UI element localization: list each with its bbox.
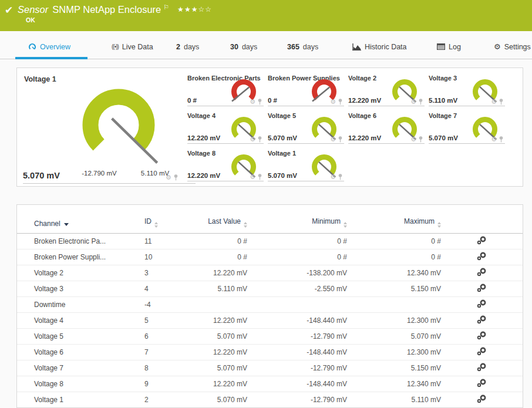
settings-gear-icon[interactable]: ⚙ xyxy=(410,136,416,143)
settings-gear-icon[interactable]: ⚙ xyxy=(250,174,255,180)
id-cell: -4 xyxy=(144,301,177,309)
column-header-last-value[interactable]: Last Value xyxy=(177,217,247,228)
column-header-channel[interactable]: Channel xyxy=(34,220,144,228)
settings-gear-icon[interactable]: ⚙ xyxy=(330,99,336,105)
gauge-tile-voltage-1: Voltage 15.070 mV⚙ xyxy=(268,149,344,181)
tab-live-data[interactable]: ((•))Live Data xyxy=(112,35,153,59)
pin-icon-wrap[interactable] xyxy=(499,99,504,105)
gauge-tile-title: Voltage 8 xyxy=(187,150,216,157)
last-value-cell: 5.070 mV xyxy=(177,364,247,372)
pin-icon-wrap[interactable] xyxy=(257,99,262,105)
settings-gear-icon[interactable]: ⚙ xyxy=(250,136,255,143)
last-value-cell: 12.220 mV xyxy=(177,269,247,277)
channel-settings-icon[interactable] xyxy=(477,379,487,387)
star-filled-icon[interactable]: ★ xyxy=(191,5,198,14)
pin-icon[interactable] xyxy=(257,99,262,105)
pin-icon[interactable] xyxy=(338,99,343,105)
pin-icon[interactable] xyxy=(499,99,504,105)
settings-gear-icon[interactable]: ⚙ xyxy=(491,136,497,143)
pin-icon[interactable] xyxy=(338,136,343,143)
tab-number: 2 xyxy=(176,43,180,51)
flag-icon[interactable]: ⚐ xyxy=(163,4,169,11)
settings-gear-icon[interactable]: ⚙ xyxy=(250,99,255,105)
settings-gear-icon[interactable]: ⚙ xyxy=(330,174,336,180)
channel-settings-icon[interactable] xyxy=(477,268,487,277)
minimum-cell: -12.790 mV xyxy=(247,332,347,340)
tab-label: days xyxy=(242,43,257,51)
channel-cell: Downtime xyxy=(34,301,144,309)
pin-icon[interactable] xyxy=(257,174,262,180)
gauge-tile-voltage-5: Voltage 55.070 mV⚙ xyxy=(268,112,344,144)
channel-settings-icon[interactable] xyxy=(477,315,487,324)
star-empty-icon[interactable]: ☆ xyxy=(198,5,205,14)
column-label: Maximum xyxy=(404,217,435,225)
pin-icon[interactable] xyxy=(338,174,343,180)
gauge-actions: ⚙ xyxy=(410,99,423,105)
star-filled-icon[interactable]: ★ xyxy=(184,5,191,14)
overview-gauge-icon xyxy=(28,43,36,51)
pin-icon-wrap[interactable] xyxy=(257,174,262,180)
gauges-panel: Voltage 1 -12.790 mV 5.110 mV 5.070 mV ⚙… xyxy=(16,68,523,187)
pin-icon-wrap[interactable] xyxy=(338,99,343,105)
last-value-cell: 5.070 mV xyxy=(177,396,247,404)
column-header-minimum[interactable]: Minimum xyxy=(247,217,347,228)
pin-icon[interactable] xyxy=(499,136,504,143)
table-row: Broken Electronic Pa...110 #0 #0 # xyxy=(17,234,523,249)
maximum-cell: 12.340 mV xyxy=(347,380,441,388)
settings-gear-icon[interactable]: ⚙ xyxy=(491,99,497,105)
channel-cell: Voltage 5 xyxy=(34,332,144,340)
star-empty-icon[interactable]: ☆ xyxy=(205,5,212,14)
pin-icon-wrap[interactable] xyxy=(418,136,423,143)
table-row: Voltage 4512.220 mV-148.440 mV12.300 mV xyxy=(17,313,523,329)
column-header-maximum[interactable]: Maximum xyxy=(347,217,441,228)
channel-settings-icon[interactable] xyxy=(477,331,487,340)
column-header-id[interactable]: ID xyxy=(144,217,177,228)
pin-icon-wrap[interactable] xyxy=(338,136,343,143)
id-cell: 3 xyxy=(144,269,177,277)
pin-icon-wrap[interactable] xyxy=(173,174,179,181)
settings-gear-icon[interactable]: ⚙ xyxy=(330,136,336,143)
pin-icon-wrap[interactable] xyxy=(499,136,504,143)
settings-gear-icon[interactable]: ⚙ xyxy=(410,99,416,105)
pin-icon[interactable] xyxy=(418,136,423,143)
minimum-cell: -138.200 mV xyxy=(247,269,347,277)
channel-settings-icon[interactable] xyxy=(477,252,487,261)
maximum-cell: 0 # xyxy=(347,237,441,245)
pin-icon-wrap[interactable] xyxy=(338,174,343,180)
gauge-actions: ⚙ xyxy=(250,99,262,105)
channel-cell: Voltage 2 xyxy=(34,269,144,277)
tab-historic-data[interactable]: Historic Data xyxy=(352,35,407,59)
tab-overview[interactable]: Overview xyxy=(28,35,70,59)
tab-label: Overview xyxy=(40,43,70,51)
pin-icon[interactable] xyxy=(257,136,262,143)
pin-icon[interactable] xyxy=(418,99,423,105)
tab-label: days xyxy=(184,43,199,51)
id-cell: 4 xyxy=(144,285,177,293)
settings-cell xyxy=(441,347,523,358)
tab-2-days[interactable]: 2days xyxy=(176,35,199,59)
settings-gear-icon[interactable]: ⚙ xyxy=(166,174,171,181)
minimum-cell: -148.440 mV xyxy=(247,316,347,325)
tab-30-days[interactable]: 30days xyxy=(230,35,257,59)
star-filled-icon[interactable]: ★ xyxy=(177,5,184,14)
tab-log[interactable]: Log xyxy=(437,35,461,59)
channel-settings-icon[interactable] xyxy=(477,299,487,308)
tab-365-days[interactable]: 365days xyxy=(287,35,318,59)
priority-stars[interactable]: ★★★☆☆ xyxy=(177,5,212,14)
channel-settings-icon[interactable] xyxy=(477,236,487,245)
status-badge: OK xyxy=(26,16,35,23)
channel-settings-icon[interactable] xyxy=(477,363,487,372)
pin-icon-wrap[interactable] xyxy=(418,99,423,105)
channel-settings-icon[interactable] xyxy=(477,347,487,356)
channel-settings-icon[interactable] xyxy=(477,284,487,292)
channel-cell: Broken Electronic Pa... xyxy=(34,237,144,245)
channel-table-header: ChannelIDLast ValueMinimumMaximum xyxy=(17,205,523,234)
pin-icon[interactable] xyxy=(173,174,179,181)
gauge-tile-value: 0 # xyxy=(187,97,197,104)
channel-settings-icon[interactable] xyxy=(477,394,487,403)
gauge-tile-value: 5.070 mV xyxy=(268,134,297,141)
live-data-icon: ((•)) xyxy=(112,44,119,50)
table-row: Broken Power Suppli...100 #0 #0 # xyxy=(17,249,523,265)
tab-settings[interactable]: ⚙Settings xyxy=(494,35,531,59)
pin-icon-wrap[interactable] xyxy=(257,136,262,143)
